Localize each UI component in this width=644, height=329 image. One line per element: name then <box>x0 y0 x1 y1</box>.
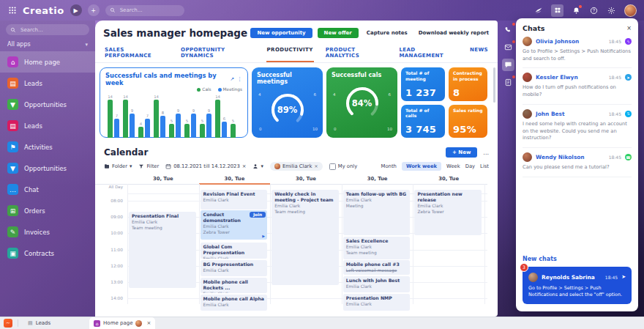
total-calls-kpi[interactable]: Total # of calls 3 745 <box>401 105 445 138</box>
chat-rail-icon[interactable] <box>502 59 514 71</box>
phone-icon[interactable] <box>502 23 514 36</box>
sidebar-item-contracts-9[interactable]: ▣Contracts <box>0 243 95 264</box>
sidebar-item-home-page-0[interactable]: ⌂Home page <box>0 51 95 73</box>
day-header-2: 30, Tue <box>270 174 342 183</box>
play-button[interactable]: ▶ <box>70 4 82 16</box>
global-search-input[interactable] <box>119 7 180 14</box>
event-revision-final-event[interactable]: Revision Final EventEmilia Clark <box>201 190 268 210</box>
settings-gear-icon[interactable] <box>607 6 616 15</box>
sidebar-item-leads-3[interactable]: ▤Leads <box>0 115 95 136</box>
capture-notes-button[interactable]: Capture notes <box>364 28 411 38</box>
sidebar-search-input[interactable] <box>19 26 80 34</box>
tab-avatar <box>135 320 142 327</box>
email-icon[interactable] <box>502 41 514 53</box>
sidebar-item-leads-1[interactable]: ▤Leads <box>0 73 95 94</box>
event-mobile-phone-call-rockets[interactable]: Mobile phone call Rockets ...Emilia Clar… <box>201 278 268 293</box>
app-selector-icon[interactable] <box>551 4 564 17</box>
user-avatar[interactable] <box>624 4 637 17</box>
contracting-in-process-kpi[interactable]: Contracting in process 8 <box>449 67 487 101</box>
event-sales-excellence[interactable]: Sales ExcellenceEmilia ClarkTeam meeting <box>343 237 411 259</box>
tab-product-analytics[interactable]: PRODUCT ANALYTICS <box>325 45 388 62</box>
view-day[interactable]: Day <box>465 163 475 169</box>
tab-productivity[interactable]: PRODUCTIVITY <box>266 45 314 62</box>
sidebar-item-opportunities-5[interactable]: ▼Opportunities <box>0 158 95 179</box>
grid-vline <box>127 184 128 304</box>
sidebar-item-activities-4[interactable]: ⚑Activities <box>0 136 95 158</box>
expand-icon[interactable]: ↗ <box>230 76 234 82</box>
bar-chart: 147149471485959591465 <box>105 97 242 138</box>
event-presentation-final[interactable]: Presentation FinalEmilia ClarkTeam meeti… <box>129 212 196 288</box>
remove-owner-icon[interactable]: × <box>314 163 318 169</box>
global-search[interactable] <box>105 5 184 16</box>
total-meetings-kpi[interactable]: Total # of meeting 1 237 <box>401 67 445 101</box>
event-team-follow-up-with-bg[interactable]: Team follow-up with BGEmilia ClarkMeetin… <box>343 190 411 235</box>
sales-rating-kpi[interactable]: Sales rating 95% <box>449 105 487 138</box>
more-menu-icon[interactable]: ⋮ <box>237 76 242 82</box>
apps-grid-icon[interactable] <box>7 6 17 15</box>
chat-item-olivia-johnson[interactable]: Olivia Johnson18:45ϟGo to Profile > Sett… <box>523 32 632 68</box>
owner-chip[interactable]: Emilia Clark× <box>270 162 323 171</box>
calendar-new-button[interactable]: + New <box>446 147 477 158</box>
event-conduct-demonstration[interactable]: Conduct demonstrationEmilia ClarkZebra T… <box>201 210 268 240</box>
tab-opportunity-dynamics[interactable]: OPPORTUNITY DYNAMICS <box>180 45 255 62</box>
taskbar-tab-home-page[interactable]: ⌂ Home page × <box>89 317 155 329</box>
folder-filter[interactable]: Folder▾ <box>104 163 132 169</box>
calendar-more-icon[interactable]: ... <box>483 149 489 156</box>
clear-date-icon[interactable]: × <box>242 163 247 169</box>
freedom-ui-toggle-icon[interactable] <box>533 6 543 15</box>
bar-meetings: 9 <box>206 114 211 138</box>
owner-filter[interactable]: ▾ <box>252 163 263 169</box>
add-button[interactable]: + <box>88 4 100 16</box>
view-list[interactable]: List <box>480 163 489 169</box>
close-icon[interactable]: × <box>626 25 632 32</box>
date-range-filter[interactable]: 08.12.2021 till 14.12.2023× <box>165 163 246 169</box>
chat-item-john-best[interactable]: John Best18:45SI need some help with cre… <box>523 105 632 148</box>
close-tab-icon[interactable]: × <box>146 320 151 326</box>
event-weekly-check-in-meeting-project-team[interactable]: Weekly check in meeting - Project teamEm… <box>272 190 339 285</box>
chat-item-wendy-nikolson[interactable]: Wendy Nikolson18:45☎Can you please send … <box>523 148 632 177</box>
tab-sales-performance[interactable]: SALES PERFORMANCE <box>104 45 169 62</box>
view-week[interactable]: Week <box>446 163 460 169</box>
new-chat-card[interactable]: 3 Reynolds Sabrina 18:45 ➤ Go to Profile… <box>523 267 632 304</box>
view-work-week[interactable]: Work week <box>402 162 441 171</box>
taskbar-tab-leads[interactable]: ▤ Leads <box>23 317 55 329</box>
bar-cals: 14 <box>154 100 159 138</box>
opportunities-funnel-icon: ▼ <box>7 99 18 110</box>
help-icon[interactable] <box>589 6 599 15</box>
event-mobile-phone-call-3[interactable]: Mobile phone call #3Left voicemail messa… <box>343 260 411 275</box>
tab-news[interactable]: NEWS <box>469 45 489 62</box>
event-presentation-new-release[interactable]: Presentation new releaseEmilia ClarkZebr… <box>414 190 482 235</box>
event-global-com-prepresentation[interactable]: Global Com PrepresentationEmilia Clark <box>201 243 268 259</box>
chat-item-kessler-elwyn[interactable]: Kessler Elwyn18:45➤How do I turn off pus… <box>523 68 632 104</box>
sidebar-search[interactable] <box>6 24 89 35</box>
sidebar-item-orders-7[interactable]: ⊞Orders <box>0 200 95 221</box>
all-apps-dropdown[interactable]: All apps ▾ <box>0 37 95 51</box>
all-day-label: All Day <box>107 185 123 190</box>
calls-meetings-chart-card[interactable]: Successful cals and meetings by week ↗ ⋮… <box>100 67 248 138</box>
sidebar: All apps ▾ ⌂Home page▤Leads▼Opportunitie… <box>0 21 95 317</box>
sidebar-item-chat-6[interactable]: …Chat <box>0 179 95 200</box>
my-only-checkbox[interactable]: My only <box>329 163 357 170</box>
successful-meetings-gauge-card[interactable]: Successful meetings 89% 4 6 0 10 <box>252 67 323 138</box>
notifications-bell-icon[interactable] <box>572 6 581 15</box>
event-presentation-nmp[interactable]: Presentation NMPEmilia Clark <box>343 294 411 311</box>
leads-icon: ▤ <box>7 120 18 131</box>
tasks-icon[interactable] <box>502 76 514 89</box>
new-opportunity-button[interactable]: New opportunity <box>250 28 312 38</box>
event-bg-prepresentation[interactable]: BG PrepresentationEmilia Clark <box>201 260 268 276</box>
bar-pair: 149 <box>123 100 135 138</box>
new-offer-button[interactable]: New offer <box>318 28 359 38</box>
download-weekly-report-button[interactable]: Download weekly report <box>416 28 492 38</box>
event-mobile-phone-call-alpha[interactable]: Mobile phone call AlphaEmilia Clark <box>201 295 268 311</box>
event-lunch-with-john-best[interactable]: Lunch with John BestEmilia Clark <box>343 276 411 292</box>
tasks-badge <box>512 75 515 78</box>
creatio-taskbar-icon[interactable]: ~ <box>4 319 12 328</box>
tab-lead-management[interactable]: LEAD MANAGEMENT <box>398 45 458 62</box>
join-button[interactable]: Join <box>250 212 266 218</box>
scrollbar[interactable] <box>493 67 495 103</box>
filter-button[interactable]: Filter <box>138 163 159 169</box>
view-month[interactable]: Month <box>381 163 397 169</box>
sidebar-item-opportunities-2[interactable]: ▼Opportunities <box>0 94 95 115</box>
successful-cals-gauge-card[interactable]: Successful cals 84% 4 6 0 10 <box>326 67 397 138</box>
sidebar-item-invoices-8[interactable]: ✎Invoices <box>0 221 95 243</box>
